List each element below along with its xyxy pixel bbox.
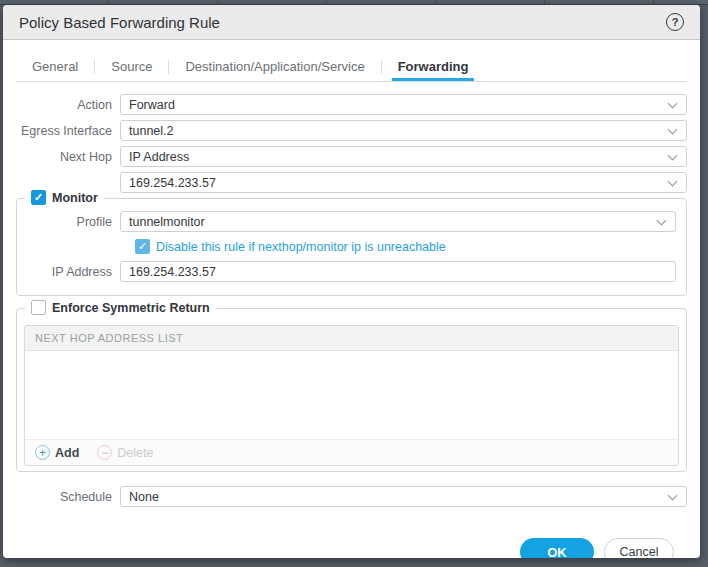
forwarding-form: Action Forward Egress Interface tunnel.2… (3, 82, 700, 558)
next-hop-address-table-header: NEXT HOP ADDRESS LIST (25, 326, 678, 351)
monitor-ip-input[interactable] (129, 265, 667, 279)
action-select[interactable]: Forward (120, 94, 687, 115)
chevron-down-icon (657, 216, 667, 226)
tab-forwarding[interactable]: Forwarding (392, 52, 475, 81)
add-button-label: Add (55, 446, 79, 460)
tab-separator (381, 60, 382, 74)
chevron-down-icon (668, 125, 678, 135)
disable-rule-checkbox[interactable]: ✓ (135, 239, 150, 254)
next-hop-ip-row: 169.254.233.57 (16, 172, 687, 193)
tab-general[interactable]: General (26, 52, 84, 81)
tab-bar: General Source Destination/Application/S… (16, 52, 687, 82)
next-hop-type-select[interactable]: IP Address (120, 146, 687, 167)
delete-button-label: Delete (117, 446, 153, 460)
egress-interface-label: Egress Interface (16, 124, 120, 138)
egress-interface-value: tunnel.2 (129, 124, 173, 138)
next-hop-address-table: NEXT HOP ADDRESS LIST + Add − Delete (24, 325, 679, 466)
monitor-group: ✓ Monitor Profile tunnelmonitor ✓ Disabl… (16, 198, 687, 296)
dialog-title: Policy Based Forwarding Rule (19, 14, 666, 31)
ok-button[interactable]: OK (520, 538, 594, 558)
schedule-value: None (129, 490, 159, 504)
tab-separator (168, 60, 169, 74)
tab-separator (94, 60, 95, 74)
chevron-down-icon (668, 177, 678, 187)
tab-destination-application-service[interactable]: Destination/Application/Service (179, 52, 370, 81)
monitor-checkbox[interactable]: ✓ (31, 190, 46, 205)
schedule-select[interactable]: None (120, 486, 687, 507)
next-hop-row: Next Hop IP Address (16, 146, 687, 167)
next-hop-type-value: IP Address (129, 150, 189, 164)
egress-interface-row: Egress Interface tunnel.2 (16, 120, 687, 141)
egress-interface-select[interactable]: tunnel.2 (120, 120, 687, 141)
cancel-button[interactable]: Cancel (604, 538, 674, 558)
enforce-symmetric-return-checkbox[interactable] (31, 300, 46, 315)
symmetric-return-group: Enforce Symmetric Return NEXT HOP ADDRES… (16, 308, 687, 472)
dialog-titlebar: Policy Based Forwarding Rule ? (3, 5, 700, 40)
schedule-label: Schedule (16, 490, 120, 504)
next-hop-address-table-body (25, 351, 678, 439)
profile-row: Profile tunnelmonitor (27, 211, 676, 232)
tab-source[interactable]: Source (105, 52, 158, 81)
chevron-down-icon (668, 99, 678, 109)
minus-circle-icon: − (97, 445, 112, 460)
pbf-rule-dialog: Policy Based Forwarding Rule ? General S… (3, 5, 700, 558)
action-label: Action (16, 98, 120, 112)
schedule-row: Schedule None (16, 486, 687, 507)
next-hop-ip-select[interactable]: 169.254.233.57 (120, 172, 687, 193)
delete-button[interactable]: − Delete (97, 445, 153, 460)
monitor-ip-row: IP Address (27, 261, 676, 282)
next-hop-ip-value: 169.254.233.57 (129, 176, 216, 190)
disable-rule-label: Disable this rule if nexthop/monitor ip … (156, 240, 446, 254)
monitor-legend: ✓ Monitor (25, 190, 104, 205)
action-value: Forward (129, 98, 175, 112)
profile-value: tunnelmonitor (129, 215, 205, 229)
add-button[interactable]: + Add (35, 445, 79, 460)
disable-rule-row: ✓ Disable this rule if nexthop/monitor i… (135, 239, 676, 254)
profile-select[interactable]: tunnelmonitor (120, 211, 676, 232)
next-hop-label: Next Hop (16, 150, 120, 164)
symmetric-return-legend: Enforce Symmetric Return (25, 300, 216, 315)
next-hop-address-table-footer: + Add − Delete (25, 439, 678, 465)
dialog-footer: OK Cancel (16, 512, 687, 558)
chevron-down-icon (668, 151, 678, 161)
monitor-ip-box (120, 261, 676, 282)
monitor-legend-label: Monitor (52, 191, 98, 205)
symmetric-return-legend-label: Enforce Symmetric Return (52, 301, 210, 315)
plus-circle-icon: + (35, 445, 50, 460)
monitor-ip-label: IP Address (27, 265, 120, 279)
profile-label: Profile (27, 215, 120, 229)
help-icon[interactable]: ? (666, 13, 684, 31)
action-row: Action Forward (16, 94, 687, 115)
chevron-down-icon (668, 491, 678, 501)
